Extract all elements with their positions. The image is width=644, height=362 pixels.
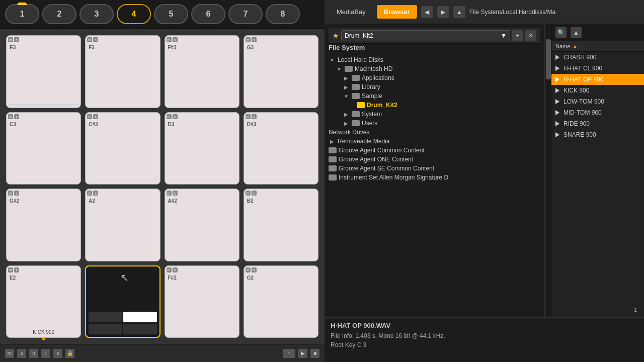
pad-a2[interactable]: m s A2: [85, 189, 160, 261]
pad-f3-mute[interactable]: m: [87, 37, 92, 42]
tree-toggle-macintoshhd[interactable]: ▼: [336, 65, 343, 72]
bottom-icon-s[interactable]: s: [17, 349, 26, 358]
tree-toggle-system[interactable]: ▶: [343, 111, 350, 118]
file-item-hhatop900[interactable]: H-HAT OP 900: [551, 74, 644, 85]
pad-asharp2-mute[interactable]: m: [167, 191, 172, 196]
pad-asharp2[interactable]: m s A#2: [165, 189, 239, 261]
tab-8[interactable]: 8: [266, 4, 300, 24]
tree-item-drumkit2[interactable]: Drum_Kit2: [350, 101, 540, 110]
bottom-icon-lock[interactable]: 🔒: [65, 349, 74, 358]
tree-toggle-localharddisks[interactable]: ▼: [329, 56, 336, 63]
tree-toggle-users[interactable]: ▶: [343, 120, 350, 127]
nav-mediabay[interactable]: MediaBay: [330, 5, 373, 19]
pad-g2-mute[interactable]: m: [246, 267, 251, 273]
tree-item-macintoshhd[interactable]: ▼ Macintosh HD: [336, 64, 540, 73]
tab-5[interactable]: 5: [154, 4, 188, 24]
pad-fsharp3-solo[interactable]: s: [173, 37, 178, 42]
tree-item-system[interactable]: ▶ System: [343, 110, 540, 119]
tab-7[interactable]: 7: [228, 4, 263, 24]
file-item-kick900[interactable]: KICK 900: [551, 85, 644, 96]
pad-f3[interactable]: m s F3: [85, 35, 160, 108]
tree-toggle-removablemedia[interactable]: ▶: [329, 138, 336, 145]
tree-toggle-library[interactable]: ▶: [343, 83, 350, 90]
pad-b2-mute[interactable]: m: [246, 191, 251, 196]
tree-item-groovecommon[interactable]: Groove Agent Common Content: [329, 146, 540, 155]
file-item-lowtom900[interactable]: LOW-TOM 900: [551, 96, 644, 107]
pad-gsharp2-solo[interactable]: s: [14, 191, 19, 196]
pad-g3[interactable]: m s G3: [244, 35, 318, 108]
file-play-ride900[interactable]: [555, 121, 560, 126]
pad-fsharp2-mute[interactable]: m: [167, 267, 172, 273]
tab-1[interactable]: 1: [5, 4, 39, 24]
pad-fsharp3-mute[interactable]: m: [167, 37, 172, 42]
file-item-midtom900[interactable]: MID-TOM 900: [551, 107, 644, 118]
bottom-icon-i[interactable]: i: [41, 349, 50, 358]
pad-dsharp3-mute[interactable]: m: [246, 114, 251, 119]
nav-forward[interactable]: ▶: [437, 6, 449, 18]
pad-e2-mute[interactable]: m: [8, 267, 13, 273]
file-play-hhatcl900[interactable]: [555, 66, 560, 71]
tab-4[interactable]: 4: [117, 4, 151, 24]
breadcrumb-add[interactable]: +: [512, 30, 523, 41]
pad-a2-solo[interactable]: s: [93, 191, 98, 196]
tree-item-instrument[interactable]: Instrument Set Allen Morgan Signature D: [329, 173, 540, 182]
pad-g2-solo[interactable]: s: [252, 267, 257, 273]
tree-scrollbar-thumb[interactable]: [546, 39, 551, 79]
pad-fsharp3[interactable]: m s F#3: [165, 35, 239, 108]
pad-c3[interactable]: m s C3: [6, 112, 81, 185]
pad-gsharp2-mute[interactable]: m: [8, 191, 13, 196]
tree-item-networkdrives[interactable]: Network Drives: [329, 128, 540, 137]
nav-browser[interactable]: Browser: [377, 5, 417, 19]
file-play-kick900[interactable]: [555, 88, 560, 93]
bottom-icon-stop[interactable]: ■: [310, 349, 319, 358]
tab-2[interactable]: 2: [42, 4, 76, 24]
file-play-snare900[interactable]: [555, 132, 560, 137]
bottom-icon-m[interactable]: m: [5, 349, 14, 358]
pad-c3-solo[interactable]: s: [14, 114, 19, 119]
pad-b2-solo[interactable]: s: [252, 191, 257, 196]
pad-csharp3-mute[interactable]: m: [87, 114, 92, 119]
breadcrumb-close[interactable]: ✕: [525, 30, 536, 41]
file-play-lowtom900[interactable]: [555, 99, 560, 104]
pad-f3-solo[interactable]: s: [93, 37, 98, 42]
file-search-btn[interactable]: 🔍: [555, 27, 567, 38]
pad-a2-mute[interactable]: m: [87, 191, 92, 196]
file-item-hhatcl900[interactable]: H-HAT CL 900: [551, 63, 644, 74]
file-item-snare900[interactable]: SNARE 900: [551, 129, 644, 140]
tree-toggle-drumkit2[interactable]: [350, 102, 355, 109]
pad-e3[interactable]: m s E3: [6, 35, 81, 108]
bottom-icon-misc[interactable]: ~: [283, 349, 295, 358]
pad-g3-solo[interactable]: s: [252, 37, 257, 42]
tree-item-removablemedia[interactable]: ▶ Removeable Media: [329, 137, 540, 146]
pad-asharp2-solo[interactable]: s: [173, 191, 178, 196]
file-up-btn[interactable]: ▲: [571, 27, 582, 38]
pad-e2-kick[interactable]: m s E2 KICK 900: [6, 265, 81, 338]
pad-c3-mute[interactable]: m: [8, 114, 13, 119]
pad-g3-mute[interactable]: m: [246, 37, 251, 42]
star-icon[interactable]: ★: [333, 32, 339, 40]
pad-dsharp3-solo[interactable]: s: [252, 114, 257, 119]
bottom-icon-play[interactable]: ▶: [298, 349, 307, 358]
pad-f2-active[interactable]: ↖ H-H: [85, 265, 160, 338]
pad-b2[interactable]: m s B2: [244, 189, 318, 261]
file-play-crash900[interactable]: [555, 55, 560, 60]
pad-e2-solo[interactable]: s: [14, 267, 19, 273]
tree-item-localharddisks[interactable]: ▼ Local Hard Disks: [329, 55, 540, 64]
file-play-hhatop900[interactable]: [555, 77, 560, 82]
pad-e3-mute[interactable]: m: [8, 37, 13, 42]
file-play-midtom900[interactable]: [555, 110, 560, 115]
tree-scrollbar[interactable]: [545, 24, 551, 317]
file-item-crash900[interactable]: CRASH 900: [551, 52, 644, 63]
tree-item-groovese[interactable]: Groove Agent SE Common Content: [329, 164, 540, 173]
pad-d3-solo[interactable]: s: [173, 114, 178, 119]
file-item-ride900[interactable]: RIDE 900: [551, 118, 644, 129]
bottom-icon-b[interactable]: b: [29, 349, 38, 358]
tree-item-sample[interactable]: ▼ Sample: [343, 92, 540, 101]
pad-fsharp2[interactable]: m s F#2: [165, 265, 239, 338]
bottom-icon-e[interactable]: e: [53, 349, 62, 358]
pad-csharp3[interactable]: m s C#3: [85, 112, 160, 185]
pad-g2[interactable]: m s G2: [244, 265, 318, 338]
tree-item-applications[interactable]: ▶ Applications: [343, 73, 540, 82]
tree-item-grooveone[interactable]: Groove Agent ONE Content: [329, 155, 540, 164]
tab-6[interactable]: 6: [191, 4, 225, 24]
